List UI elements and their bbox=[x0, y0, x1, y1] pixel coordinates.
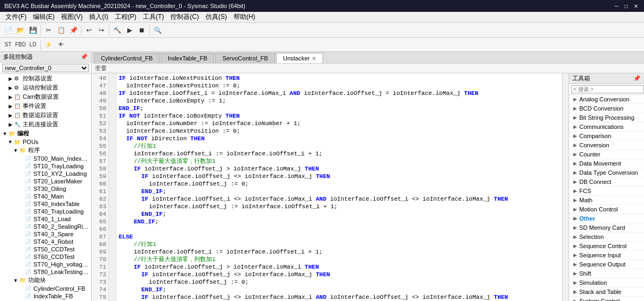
undo-button[interactable]: ↩ bbox=[83, 24, 95, 36]
cut-button[interactable]: ✂ bbox=[43, 24, 54, 36]
minimize-button[interactable]: ─ bbox=[613, 2, 620, 10]
right-item-selection[interactable]: ▶Selection bbox=[569, 232, 644, 242]
tb2-monitor[interactable]: 👁 bbox=[55, 39, 67, 51]
right-item-shift[interactable]: ▶Shift bbox=[569, 269, 644, 278]
right-item-motion-control[interactable]: ▶Motion Control bbox=[569, 205, 644, 214]
line-number-72: 72 bbox=[92, 271, 108, 278]
tree-item-st80leak[interactable]: 📄ST80_LeakTestingAndUnlo bbox=[0, 268, 91, 276]
copy-button[interactable]: 📋 bbox=[55, 24, 67, 36]
tree-item-indextablefb[interactable]: 📄IndexTable_FB bbox=[0, 292, 91, 300]
tree-item-st40main[interactable]: 📄ST40_Main bbox=[0, 193, 91, 200]
tb2-btn2[interactable]: FBD bbox=[15, 39, 26, 51]
right-item-conversion[interactable]: ▶Conversion bbox=[569, 141, 644, 150]
right-item-comparison[interactable]: ▶Comparison bbox=[569, 132, 644, 141]
tree-item-st40tray[interactable]: 📄ST40_TrayLoading bbox=[0, 208, 91, 215]
tab-close-3[interactable]: ✕ bbox=[312, 56, 316, 61]
tree-item-config[interactable]: ▶⚙控制器设置 bbox=[0, 74, 91, 83]
save-button[interactable]: 💾 bbox=[27, 24, 39, 36]
tree-item-data[interactable]: ▶📋数据追踪设置 bbox=[0, 111, 91, 120]
right-item-sequence-output[interactable]: ▶Sequence Output bbox=[569, 260, 644, 269]
right-item-label-7: Data Movement bbox=[579, 160, 621, 167]
tree-item-st10[interactable]: 📄ST10_TrayLoading bbox=[0, 162, 91, 170]
right-item-db-connect[interactable]: ▶DB Connect bbox=[569, 177, 644, 187]
tab-indextable-fb[interactable]: IndexTable_FB bbox=[161, 53, 214, 63]
tree-item-pou[interactable]: ▼📁POUs bbox=[0, 138, 91, 146]
open-button[interactable]: 📂 bbox=[15, 24, 26, 36]
right-panel-pin[interactable]: 📌 bbox=[633, 75, 641, 82]
right-item-system-control[interactable]: ▶System Control bbox=[569, 297, 644, 301]
right-item-fcs[interactable]: ▶FCS bbox=[569, 187, 644, 196]
tree-label-st20: ST20_LaserMaker bbox=[33, 178, 83, 184]
right-item-simulation[interactable]: ▶Simulation bbox=[569, 278, 644, 288]
right-item-communications[interactable]: ▶Communications bbox=[569, 122, 644, 132]
right-search-input[interactable] bbox=[571, 85, 644, 93]
stop-button[interactable]: ⏹ bbox=[136, 24, 148, 36]
tree-item-cylinderfb[interactable]: 📄CylinderControl_FB bbox=[0, 285, 91, 292]
tab-servocontrol-fb[interactable]: ServoControl_FB bbox=[215, 53, 275, 63]
new-button[interactable]: 📄 bbox=[2, 24, 14, 36]
tree-item-st00[interactable]: 📄ST00_Main_IndexTable bbox=[0, 155, 91, 162]
menu-item-i[interactable]: 插入(I) bbox=[86, 12, 111, 22]
right-item-analog-conversion[interactable]: ▶Analog Conversion bbox=[569, 95, 644, 104]
tree-item-st40load[interactable]: 📄ST40_1_Load bbox=[0, 215, 91, 223]
right-item-bit-string-processing[interactable]: ▶Bit String Processing bbox=[569, 113, 644, 122]
tab-unstacker[interactable]: Unstacker✕ bbox=[276, 53, 324, 63]
close-button[interactable]: ✕ bbox=[632, 2, 640, 10]
right-item-sequence-control[interactable]: ▶Sequence Control bbox=[569, 242, 644, 251]
tb2-btn3[interactable]: LD bbox=[27, 39, 39, 51]
paste-button[interactable]: 📌 bbox=[67, 24, 79, 36]
right-item-data-movement[interactable]: ▶Data Movement bbox=[569, 159, 644, 168]
search-button[interactable]: 🔍 bbox=[152, 24, 163, 36]
tree-label-pou: POUs bbox=[23, 139, 38, 145]
maximize-button[interactable]: □ bbox=[622, 2, 630, 10]
menu-item-t[interactable]: 工具(T) bbox=[140, 12, 167, 22]
right-item-math[interactable]: ▶Math bbox=[569, 196, 644, 205]
tree-item-st10xyz[interactable]: 📄ST10_XYZ_Loading bbox=[0, 170, 91, 177]
tree-item-st40index[interactable]: 📄ST40_IndexTable bbox=[0, 200, 91, 208]
code-marker-58 bbox=[109, 164, 116, 172]
tree-item-st60[interactable]: 📄ST60_CCDTest bbox=[0, 253, 91, 261]
tree-item-st30[interactable]: 📄ST30_Oiling bbox=[0, 185, 91, 193]
controller-dropdown[interactable]: new_Controller_0 bbox=[2, 64, 89, 72]
right-item-stack-and-table[interactable]: ▶Stack and Table bbox=[569, 288, 644, 297]
menu-item-s[interactable]: 仿真(S) bbox=[202, 12, 230, 22]
tree-item-cam[interactable]: ▶📋Cam数据设置 bbox=[0, 92, 91, 101]
menu-item-p[interactable]: 工程(P) bbox=[112, 12, 140, 22]
menu-item-h[interactable]: 帮助(H) bbox=[230, 12, 259, 22]
right-item-bcd-conversion[interactable]: ▶BCD Conversion bbox=[569, 104, 644, 113]
right-item-other[interactable]: ▶Other bbox=[569, 214, 644, 223]
menu-item-c[interactable]: 控制器(C) bbox=[167, 12, 202, 22]
code-line-51: IF NOT ioInterface.ioBoxEmpty THEN bbox=[119, 112, 560, 120]
menu-item-v[interactable]: 视图(V) bbox=[58, 12, 86, 22]
code-content[interactable]: IF ioInterface.ioNextPosition THENioInte… bbox=[117, 73, 562, 301]
right-item-data-type-conversion[interactable]: ▶Data Type Conversion bbox=[569, 168, 644, 177]
right-item-sequence-input[interactable]: ▶Sequence Input bbox=[569, 251, 644, 260]
tree-item-funcblock[interactable]: ▼📁功能块 bbox=[0, 276, 91, 285]
menu-item-e[interactable]: 编辑(E) bbox=[30, 12, 58, 22]
tb2-btn1[interactable]: ST bbox=[2, 39, 14, 51]
tree-item-st40seal[interactable]: 📄ST40_2_SealingRingAssem bbox=[0, 223, 91, 230]
tree-item-program-root[interactable]: ▼📁编程 bbox=[0, 129, 91, 138]
tree-item-event[interactable]: ▶📋事件设置 bbox=[0, 101, 91, 111]
tree-item-st40spare[interactable]: 📄ST40_3_Spare bbox=[0, 230, 91, 238]
scrollbar-vertical[interactable] bbox=[562, 73, 568, 301]
tab-cylindercontrol-fb[interactable]: CylinderControl_FB bbox=[94, 53, 160, 63]
tree-item-st50[interactable]: 📄ST50_CCDTest bbox=[0, 245, 91, 253]
right-item-sd-memory-card[interactable]: ▶SD Memory Card bbox=[569, 223, 644, 232]
tree-item-st40robot[interactable]: 📄ST40_4_Robot bbox=[0, 238, 91, 245]
left-panel-pin[interactable]: 📌 bbox=[80, 53, 88, 60]
tree-item-motion[interactable]: ▶⚙运动控制设置 bbox=[0, 83, 91, 92]
right-item-expand-11: ▶ bbox=[573, 197, 577, 203]
tree-item-st70high[interactable]: 📄ST70_High_voltageInsulati bbox=[0, 261, 91, 268]
tree-item-master[interactable]: ▶🔧主机连接设置 bbox=[0, 120, 91, 129]
tb2-debug[interactable]: ⚡ bbox=[43, 39, 54, 51]
build-button[interactable]: 🔨 bbox=[111, 24, 123, 36]
run-button[interactable]: ▶ bbox=[124, 24, 135, 36]
code-area[interactable]: 4647484950515253545556575859606162636465… bbox=[92, 73, 568, 301]
tree-item-program[interactable]: ▼📁程序 bbox=[0, 146, 91, 155]
menu-item-f[interactable]: 文件(F) bbox=[2, 12, 30, 22]
tree-item-st20[interactable]: 📄ST20_LaserMaker bbox=[0, 177, 91, 185]
right-item-counter[interactable]: ▶Counter bbox=[569, 150, 644, 159]
line-number-66: 66 bbox=[92, 225, 108, 233]
redo-button[interactable]: ↪ bbox=[95, 24, 107, 36]
